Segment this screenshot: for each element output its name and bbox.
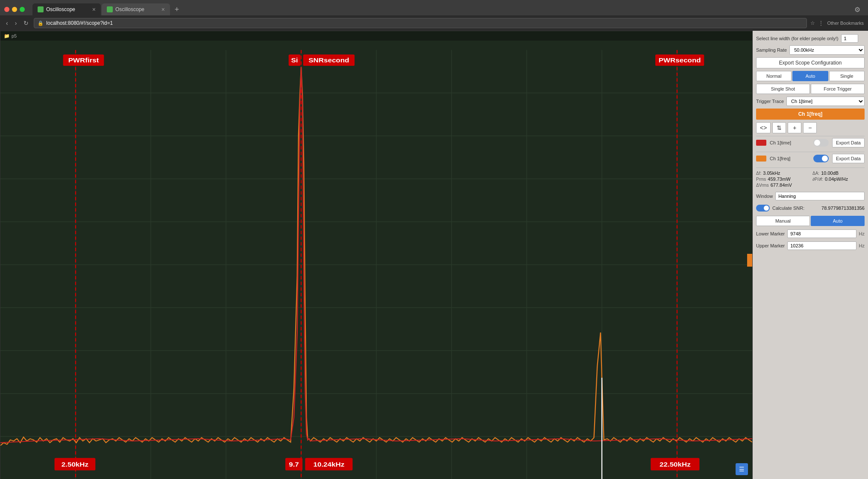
single-shot-button[interactable]: Single Shot bbox=[756, 84, 810, 94]
ch1-time-row: Ch 1[time] Export Data bbox=[756, 136, 865, 149]
bookmark-star-icon[interactable]: ☆ bbox=[810, 20, 815, 26]
svg-text:SNRsecond: SNRsecond bbox=[308, 57, 349, 64]
svg-text:Si: Si bbox=[291, 57, 298, 64]
lock-icon: 🔒 bbox=[38, 21, 44, 26]
back-button[interactable]: ‹ bbox=[4, 19, 10, 27]
snr-row: Calculate SNR: 78.97798713381356 bbox=[756, 205, 865, 212]
stats-grid: Δf: 3.05kHz ΔA: 10.00dB Prms 459.73mW ∂P… bbox=[756, 170, 865, 188]
delta-f-label: Δf: bbox=[756, 171, 761, 176]
tab-oscilloscope-1[interactable]: Oscilloscope × bbox=[32, 3, 101, 15]
line-width-row: Select line width (for elder people only… bbox=[756, 34, 865, 43]
code-icon-button[interactable]: <> bbox=[756, 122, 771, 133]
auto-button[interactable]: Auto bbox=[811, 216, 865, 226]
svg-text:10.24kHz: 10.24kHz bbox=[314, 461, 345, 468]
stat-delta-vrms: ΔVrms 677.84mV bbox=[756, 182, 808, 188]
icon-buttons-row: <> ⇅ + − bbox=[756, 122, 865, 133]
upper-marker-unit: Hz bbox=[859, 243, 865, 248]
snr-toggle[interactable] bbox=[756, 205, 770, 212]
snr-value: 78.97798713381356 bbox=[821, 206, 865, 211]
line-width-input[interactable] bbox=[841, 34, 858, 43]
bookmarks-label: Other Bookmarks bbox=[827, 21, 864, 26]
ch1-time-label: Ch 1[time] bbox=[770, 140, 810, 145]
breadcrumb-text: p5 bbox=[12, 33, 17, 38]
dp-df-value: 0.04pW/Hz bbox=[825, 176, 848, 182]
browser-toolbar: ‹ › ↻ 🔒 localhost:8080/#!/scope?id=1 ☆ ⋮… bbox=[0, 15, 868, 31]
tab-close-2[interactable]: × bbox=[161, 6, 165, 13]
trigger-normal-button[interactable]: Normal bbox=[756, 71, 792, 81]
window-row: Window bbox=[756, 192, 865, 200]
app-container: 📁 p5 bbox=[0, 31, 868, 479]
trigger-action-group: Single Shot Force Trigger bbox=[756, 84, 865, 94]
snr-toggle-knob bbox=[764, 206, 769, 211]
trigger-trace-row: Trigger Trace Ch 1[time] bbox=[756, 97, 865, 106]
ch1-freq-label: Ch 1[freq] bbox=[770, 156, 810, 161]
export-config-button[interactable]: Export Scope Configuration bbox=[756, 57, 865, 68]
sampling-rate-row: Sampling Rate 50.00kHz bbox=[756, 45, 865, 55]
close-window-button[interactable] bbox=[4, 7, 9, 12]
reload-button[interactable]: ↻ bbox=[22, 19, 30, 27]
minus-icon-button[interactable]: − bbox=[803, 122, 817, 133]
hamburger-button[interactable]: ☰ bbox=[736, 463, 748, 475]
ch1-time-toggle[interactable] bbox=[813, 139, 829, 147]
tab-close-1[interactable]: × bbox=[92, 6, 96, 13]
tabs-bar: Oscilloscope × Oscilloscope × + bbox=[32, 3, 183, 15]
traffic-lights bbox=[4, 7, 25, 12]
delta-a-label: ΔA: bbox=[812, 171, 819, 176]
breadcrumb-bar: 📁 p5 bbox=[0, 31, 752, 41]
p-rms-value: 459.73mW bbox=[768, 176, 790, 182]
scope-canvas: PWRfirst Si SNRsecond PWRsecond 2.50kHz … bbox=[0, 41, 752, 479]
trigger-trace-select[interactable]: Ch 1[time] bbox=[786, 97, 865, 106]
code-icon: <> bbox=[760, 124, 767, 131]
level-indicator bbox=[747, 254, 752, 267]
window-input[interactable] bbox=[775, 192, 865, 200]
upper-marker-input[interactable] bbox=[787, 241, 856, 250]
snr-label: Calculate SNR: bbox=[772, 206, 804, 211]
ch1-freq-export-button[interactable]: Export Data bbox=[832, 154, 865, 163]
browser-menu-icon[interactable]: ⋮ bbox=[818, 20, 824, 26]
scope-panel: 📁 p5 bbox=[0, 31, 753, 479]
new-tab-button[interactable]: + bbox=[171, 3, 183, 15]
manual-button[interactable]: Manual bbox=[756, 216, 810, 226]
forward-button[interactable]: › bbox=[13, 19, 19, 27]
ch1-freq-row: Ch 1[freq] Export Data bbox=[756, 152, 865, 165]
line-width-label: Select line width (for elder people only… bbox=[756, 36, 839, 41]
ch1-freq-toggle-knob bbox=[822, 156, 828, 162]
tab-oscilloscope-2[interactable]: Oscilloscope × bbox=[102, 3, 170, 15]
minimize-window-button[interactable] bbox=[12, 7, 17, 12]
ch1-freq-color bbox=[756, 156, 766, 162]
svg-text:PWRsecond: PWRsecond bbox=[659, 57, 701, 64]
lower-marker-label: Lower Marker bbox=[756, 231, 785, 236]
p-rms-label: Prms bbox=[756, 177, 766, 182]
address-bar[interactable]: 🔒 localhost:8080/#!/scope?id=1 bbox=[34, 18, 807, 28]
browser-settings-icon[interactable]: ⚙ bbox=[854, 6, 860, 14]
stat-delta-a: ΔA: 10.00dB bbox=[812, 170, 865, 176]
ch1-freq-toggle[interactable] bbox=[813, 155, 829, 162]
delta-a-value: 10.00dB bbox=[821, 170, 839, 176]
minus-icon: − bbox=[808, 124, 812, 131]
ch1-time-export-button[interactable]: Export Data bbox=[832, 138, 865, 147]
svg-text:9.7: 9.7 bbox=[289, 461, 299, 468]
force-trigger-button[interactable]: Force Trigger bbox=[811, 84, 865, 94]
updown-icon-button[interactable]: ⇅ bbox=[772, 122, 786, 133]
url-text: localhost:8080/#!/scope?id=1 bbox=[46, 20, 113, 26]
ch1-time-toggle-knob bbox=[814, 140, 820, 146]
sampling-rate-select[interactable]: 50.00kHz bbox=[789, 45, 865, 55]
plus-icon: + bbox=[793, 124, 796, 131]
trigger-single-button[interactable]: Single bbox=[829, 71, 865, 81]
trigger-auto-button[interactable]: Auto bbox=[792, 71, 828, 81]
upper-marker-row: Upper Marker Hz bbox=[756, 241, 865, 250]
svg-text:22.50kHz: 22.50kHz bbox=[660, 461, 691, 468]
plus-icon-button[interactable]: + bbox=[788, 122, 801, 133]
stat-delta-f: Δf: 3.05kHz bbox=[756, 170, 808, 176]
bookmarks-area: Other Bookmarks bbox=[827, 21, 864, 26]
stat-dp-df: ∂P/∂f: 0.04pW/Hz bbox=[812, 176, 865, 182]
trigger-trace-label: Trigger Trace bbox=[756, 99, 784, 104]
trigger-mode-group: Normal Auto Single bbox=[756, 71, 865, 81]
tab-label-1: Oscilloscope bbox=[46, 6, 75, 12]
maximize-window-button[interactable] bbox=[20, 7, 25, 12]
ch-freq-button[interactable]: Ch 1[freq] bbox=[756, 109, 865, 120]
stat-p-rms: Prms 459.73mW bbox=[756, 176, 808, 182]
lower-marker-input[interactable] bbox=[787, 229, 856, 238]
manual-auto-row: Manual Auto bbox=[756, 216, 865, 226]
stats-section: Δf: 3.05kHz ΔA: 10.00dB Prms 459.73mW ∂P… bbox=[756, 168, 865, 188]
